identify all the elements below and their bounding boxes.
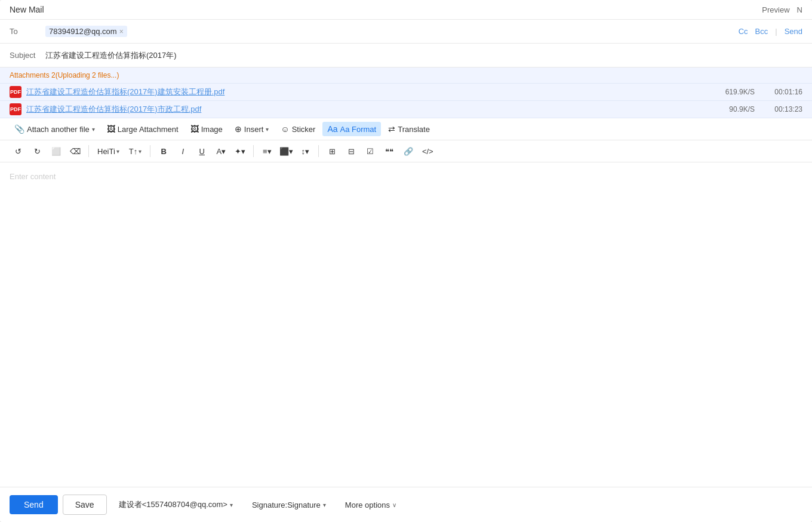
checkbox-button[interactable]: ☑: [362, 143, 379, 159]
more-options-label: More options: [345, 500, 390, 509]
font-family-chevron-icon: ▾: [116, 148, 119, 155]
subject-field-row: Subject 江苏省建设工程造价估算指标(2017年): [0, 44, 812, 67]
insert-chevron-icon: ▾: [266, 126, 269, 133]
send-header-button[interactable]: Send: [785, 27, 802, 36]
link-button[interactable]: 🔗: [400, 143, 417, 159]
to-field-right: Cc Bcc | Send: [739, 27, 802, 36]
recipient-tag[interactable]: 78394912@qq.com ×: [45, 26, 127, 37]
format-toolbar: ↺ ↻ ⬜ ⌫ HeiTi ▾ T↑ ▾ B I U A▾ ✦▾ ≡▾ ⬛▾ ↕…: [0, 140, 812, 162]
mail-window: New Mail Preview N To 78394912@qq.com × …: [0, 0, 812, 522]
large-attach-icon: 🖼: [107, 124, 115, 134]
sticker-button[interactable]: ☺ Sticker: [276, 122, 320, 136]
preview-button[interactable]: Preview: [762, 5, 789, 14]
translate-button[interactable]: ⇄ Translate: [383, 122, 435, 136]
to-label: To: [10, 27, 45, 36]
from-chevron-icon: ▾: [230, 502, 233, 508]
translate-icon: ⇄: [388, 124, 395, 134]
align-left-button[interactable]: ⬛▾: [278, 143, 294, 159]
attachment-row-2: PDF 江苏省建设工程造价估算指标(2017年)市政工程.pdf 90.9K/S…: [0, 100, 812, 118]
attachment-time-1: 00:01:16: [755, 88, 802, 96]
from-selector[interactable]: 建设者<1557408704@qq.com> ▾: [112, 496, 240, 514]
italic-button[interactable]: I: [174, 143, 191, 159]
more-options-button[interactable]: More options ∨: [338, 497, 404, 513]
separator-1: [88, 145, 89, 157]
attachment-size-1: 619.9K/S: [695, 88, 755, 96]
attach-file-label: Attach another file: [27, 125, 90, 134]
attachment-name-2[interactable]: 江苏省建设工程造价估算指标(2017年)市政工程.pdf: [26, 104, 695, 115]
content-placeholder: Enter content: [10, 172, 56, 181]
window-title: New Mail: [10, 5, 44, 14]
table-button[interactable]: ⬜: [48, 143, 64, 159]
large-attachment-button[interactable]: 🖼 Large Attachment: [102, 122, 183, 136]
format-label: Aa Format: [340, 125, 377, 134]
recipient-email: 78394912@qq.com: [49, 27, 117, 36]
attachment-time-2: 00:13:23: [755, 105, 802, 113]
title-bar-actions: Preview N: [762, 5, 802, 14]
content-area[interactable]: Enter content: [0, 162, 812, 487]
subject-label: Subject: [10, 51, 45, 60]
insert-icon: ⊕: [235, 124, 242, 134]
separator-2: [150, 145, 150, 157]
attach-file-button[interactable]: 📎 Attach another file ▾: [10, 122, 100, 136]
image-icon: 🖼: [190, 124, 199, 134]
attachments-section: Attachments 2(Uploading 2 files...) PDF …: [0, 67, 812, 118]
from-value: 建设者<1557408704@qq.com>: [119, 499, 227, 510]
pdf-icon-1: PDF: [10, 86, 21, 98]
title-bar: New Mail Preview N: [0, 0, 812, 20]
font-size-chevron-icon: ▾: [139, 148, 142, 155]
list-button[interactable]: ≡▾: [259, 143, 275, 159]
to-field-row: To 78394912@qq.com × Cc Bcc | Send: [0, 20, 812, 44]
translate-label: Translate: [398, 125, 430, 134]
remove-recipient-icon[interactable]: ×: [119, 27, 124, 36]
bcc-button[interactable]: Bcc: [755, 27, 768, 36]
image-label: Image: [201, 125, 223, 134]
minimize-button[interactable]: N: [797, 5, 802, 14]
subject-text: 江苏省建设工程造价估算指标(2017年): [45, 50, 177, 61]
insert-label: Insert: [244, 125, 264, 134]
undo-button[interactable]: ↺: [10, 143, 26, 159]
attach-file-chevron-icon: ▾: [92, 126, 95, 133]
insert-table-button[interactable]: ⊞: [324, 143, 340, 159]
insert-line-button[interactable]: ⊟: [343, 143, 359, 159]
format-icon: Aa: [327, 124, 337, 134]
bold-button[interactable]: B: [155, 143, 172, 159]
cc-button[interactable]: Cc: [739, 27, 748, 36]
subject-value[interactable]: 江苏省建设工程造价估算指标(2017年): [45, 50, 802, 61]
eraser-button[interactable]: ⌫: [67, 143, 84, 159]
image-button[interactable]: 🖼 Image: [186, 122, 227, 136]
save-button[interactable]: Save: [63, 495, 107, 515]
font-size-dropdown[interactable]: T↑ ▾: [125, 146, 145, 157]
paperclip-icon: 📎: [14, 124, 24, 134]
bottom-bar: Send Save 建设者<1557408704@qq.com> ▾ Signa…: [0, 487, 812, 522]
send-button[interactable]: Send: [10, 495, 58, 514]
to-value[interactable]: 78394912@qq.com ×: [45, 26, 739, 37]
quote-button[interactable]: ❝❝: [381, 143, 398, 159]
insert-button[interactable]: ⊕ Insert ▾: [230, 122, 274, 136]
divider: |: [775, 27, 777, 36]
sticker-icon: ☺: [281, 124, 289, 134]
attachment-name-1[interactable]: 江苏省建设工程造价估算指标(2017年)建筑安装工程册.pdf: [26, 87, 695, 97]
attachment-size-2: 90.9K/S: [695, 105, 755, 113]
highlight-button[interactable]: ✦▾: [232, 143, 248, 159]
pdf-icon-2: PDF: [10, 103, 21, 115]
sticker-label: Sticker: [292, 125, 316, 134]
redo-button[interactable]: ↻: [29, 143, 45, 159]
underline-button[interactable]: U: [193, 143, 210, 159]
separator-4: [318, 145, 319, 157]
attachments-header: Attachments 2(Uploading 2 files...): [0, 67, 812, 83]
more-options-chevron-icon: ∨: [392, 502, 396, 508]
font-size-value: T↑: [129, 147, 137, 156]
attach-toolbar: 📎 Attach another file ▾ 🖼 Large Attachme…: [0, 118, 812, 140]
font-family-dropdown[interactable]: HeiTi ▾: [94, 146, 123, 157]
signature-chevron-icon: ▾: [323, 502, 326, 508]
code-button[interactable]: </>: [419, 143, 436, 159]
separator-3: [253, 145, 254, 157]
font-color-button[interactable]: A▾: [213, 143, 229, 159]
font-family-value: HeiTi: [97, 147, 115, 156]
signature-value: Signature:Signature: [252, 500, 321, 509]
signature-selector[interactable]: Signature:Signature ▾: [245, 497, 333, 513]
line-height-button[interactable]: ↕▾: [297, 143, 313, 159]
attachment-row-1: PDF 江苏省建设工程造价估算指标(2017年)建筑安装工程册.pdf 619.…: [0, 83, 812, 100]
format-button[interactable]: Aa Aa Format: [322, 122, 381, 136]
large-attachment-label: Large Attachment: [118, 125, 179, 134]
